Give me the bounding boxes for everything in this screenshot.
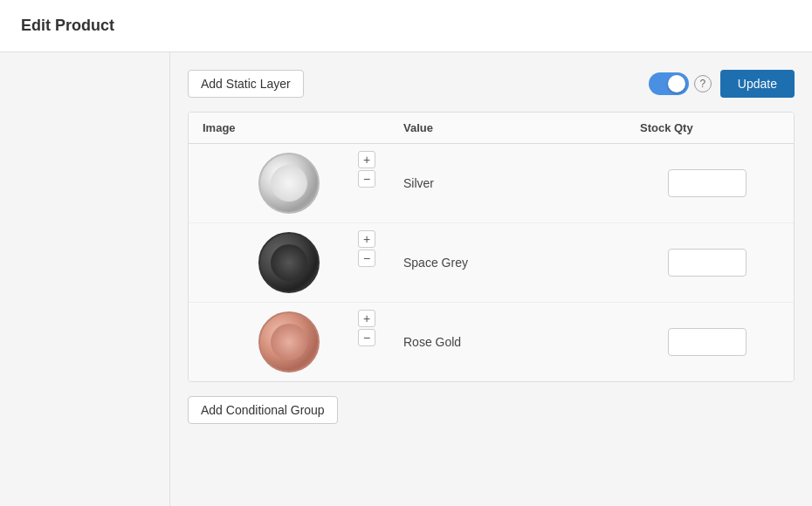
value-cell-rose: Rose Gold [389,326,654,358]
value-cell-grey: Space Grey [389,247,654,278]
col-image: Image [203,121,403,134]
add-conditional-group-button[interactable]: Add Conditional Group [188,396,338,424]
product-table: Image Value Stock Qty + − Silver [188,112,795,382]
col-value: Value [403,121,640,134]
table-header: Image Value Stock Qty [189,113,794,144]
watch-face-detail [271,165,307,202]
watch-image-rose [258,311,320,373]
toolbar: Add Static Layer ? Update [188,70,795,98]
image-controls-grey: + − [358,230,375,267]
page-title: Edit Product [21,17,114,35]
table-row: + − Rose Gold [189,303,794,381]
stock-cell-rose [654,319,794,365]
sidebar [0,52,170,506]
image-cell-silver: + − [189,144,389,222]
watch-image-silver [258,153,320,214]
watch-face-detail [271,244,307,281]
update-button[interactable]: Update [720,70,795,98]
toggle-slider [649,72,689,95]
table-row: + − Space Grey [189,223,794,303]
stock-input-rose[interactable] [668,328,747,356]
toggle-switch[interactable] [649,72,689,95]
content-area: Add Static Layer ? Update Image Value St… [170,52,812,506]
watch-face-detail [271,324,307,360]
image-add-button[interactable]: + [358,230,375,248]
stock-input-silver[interactable] [668,169,747,197]
col-stock: Stock Qty [640,121,780,134]
table-row: + − Silver [189,144,794,223]
stock-cell-grey [654,240,794,285]
image-cell-rose: + − [189,303,389,381]
value-cell-silver: Silver [389,168,654,199]
image-add-button[interactable]: + [358,151,375,168]
image-cell-grey: + − [189,223,389,302]
stock-input-grey[interactable] [668,249,747,277]
image-add-button[interactable]: + [358,310,375,327]
add-static-layer-button[interactable]: Add Static Layer [188,70,304,98]
image-remove-button[interactable]: − [358,170,375,188]
stock-cell-silver [654,161,794,206]
image-controls-silver: + − [358,151,375,188]
image-controls-rose: + − [358,310,375,346]
page-header: Edit Product [0,0,812,52]
image-remove-button[interactable]: − [358,329,375,346]
help-icon[interactable]: ? [694,75,712,92]
watch-image-grey [258,232,320,293]
image-remove-button[interactable]: − [358,250,375,267]
